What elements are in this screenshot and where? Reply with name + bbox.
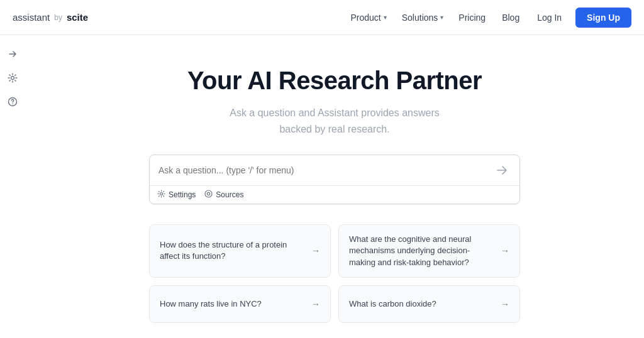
nav-product[interactable]: Product ▾ (345, 9, 393, 26)
nav-login[interactable]: Log In (530, 9, 569, 26)
nav: Product ▾ Solutions ▾ Pricing Blog Log I… (345, 8, 632, 28)
logo: assistant by scite (13, 12, 88, 23)
sidebar-arrow-icon[interactable] (5, 46, 20, 62)
svg-point-2 (12, 103, 13, 104)
sources-icon (204, 190, 213, 200)
nav-solutions[interactable]: Solutions ▾ (396, 9, 450, 26)
nav-blog[interactable]: Blog (494, 9, 527, 26)
logo-assistant-text: assistant (13, 12, 50, 23)
toolbar-sources[interactable]: Sources (204, 190, 243, 200)
logo-by-text: by (54, 13, 62, 22)
hero-title: Your AI Research Partner (187, 67, 482, 95)
svg-point-5 (208, 192, 210, 195)
card-3-arrow-icon: → (311, 299, 320, 309)
card-3[interactable]: How many rats live in NYC? → (149, 285, 331, 323)
card-4[interactable]: What is carbon dioxide? → (338, 285, 520, 323)
card-1-arrow-icon: → (311, 246, 320, 256)
svg-point-4 (205, 190, 212, 197)
logo-scite-text: scite (67, 12, 88, 23)
hero-subtitle: Ask a question and Assistant provides an… (230, 105, 440, 137)
nav-pricing[interactable]: Pricing (452, 9, 492, 26)
settings-gear-icon (157, 190, 165, 200)
search-toolbar: Settings Sources (150, 185, 519, 204)
card-1[interactable]: How does the structure of a protein affe… (149, 224, 331, 278)
search-send-button[interactable] (493, 161, 511, 179)
signup-button[interactable]: Sign Up (575, 8, 631, 28)
sidebar (0, 35, 25, 109)
svg-point-0 (11, 77, 14, 80)
search-input[interactable] (158, 165, 493, 175)
main-content: Your AI Research Partner Ask a question … (25, 35, 644, 338)
card-4-arrow-icon: → (501, 299, 509, 309)
search-container: Settings Sources (149, 155, 520, 204)
cards-grid: How does the structure of a protein affe… (149, 224, 520, 323)
sidebar-help-icon[interactable] (5, 94, 20, 109)
svg-point-3 (160, 193, 163, 195)
sidebar-gear-icon[interactable] (5, 70, 20, 85)
card-2[interactable]: What are the cognitive and neural mechan… (338, 224, 520, 278)
header: assistant by scite Product ▾ Solutions ▾… (0, 0, 644, 35)
solutions-chevron-icon: ▾ (440, 14, 443, 21)
search-input-row (150, 155, 519, 185)
toolbar-settings[interactable]: Settings (157, 190, 196, 200)
product-chevron-icon: ▾ (384, 14, 387, 21)
card-2-arrow-icon: → (501, 246, 509, 256)
